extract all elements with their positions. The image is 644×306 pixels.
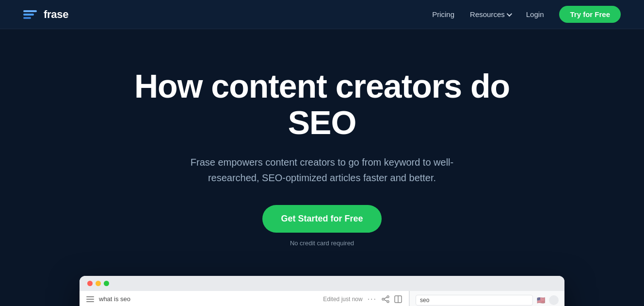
nav-login[interactable]: Login <box>526 10 544 18</box>
logo-bar-2 <box>23 14 34 16</box>
app-titlebar <box>80 276 564 291</box>
navbar-logo-group: frase <box>23 8 68 21</box>
app-body: what is seo Edited just now ··· <box>80 291 564 306</box>
svg-point-0 <box>387 296 389 298</box>
window-dot-yellow <box>96 281 101 286</box>
svg-line-4 <box>384 300 387 301</box>
layout-icon[interactable] <box>394 295 402 303</box>
editor-toolbar: what is seo Edited just now ··· <box>80 291 409 306</box>
doc-title: what is seo <box>99 295 318 303</box>
nav-resources-label: Resources <box>470 10 505 18</box>
navbar-nav: Pricing Resources Login Try for Free <box>432 6 621 23</box>
edited-status: Edited just now <box>323 296 362 303</box>
window-dot-green <box>104 281 109 286</box>
app-right-panel: seo 🇺🇸 SERP Outline Optimize Links Topic… <box>409 291 564 306</box>
try-for-free-button[interactable]: Try for Free <box>559 6 621 23</box>
logo-text: frase <box>44 8 68 21</box>
svg-point-2 <box>387 301 389 303</box>
app-preview-wrapper: what is seo Edited just now ··· <box>0 276 644 306</box>
get-started-button[interactable]: Get Started for Free <box>262 205 381 233</box>
flag-icon: 🇺🇸 <box>537 296 545 304</box>
settings-icon[interactable] <box>549 295 559 305</box>
toolbar-right: Edited just now ··· <box>323 295 402 304</box>
app-editor-panel: what is seo Edited just now ··· <box>80 291 409 306</box>
frase-logo-icon <box>23 8 39 21</box>
nav-resources[interactable]: Resources <box>470 10 511 18</box>
nav-pricing[interactable]: Pricing <box>432 10 454 18</box>
chevron-down-icon <box>507 11 512 16</box>
sidebar-toggle-icon[interactable] <box>86 296 94 302</box>
hero-title: How content creators do SEO <box>104 68 540 141</box>
window-dot-red <box>87 281 93 286</box>
logo-bar-3 <box>23 17 31 19</box>
no-credit-card-text: No credit card required <box>290 239 354 247</box>
app-preview: what is seo Edited just now ··· <box>80 276 564 306</box>
share-icon[interactable] <box>382 295 389 303</box>
more-options-icon[interactable]: ··· <box>368 295 377 304</box>
hero-section: How content creators do SEO Frase empowe… <box>0 29 644 276</box>
right-panel-toolbar: seo 🇺🇸 <box>410 291 564 306</box>
logo-bar-1 <box>23 10 37 12</box>
keyword-input[interactable]: seo <box>416 295 533 306</box>
hero-subtitle: Frase empowers content creators to go fr… <box>167 154 477 186</box>
svg-line-3 <box>384 297 387 299</box>
navbar: frase Pricing Resources Login Try for Fr… <box>0 0 644 29</box>
svg-point-1 <box>382 298 384 300</box>
